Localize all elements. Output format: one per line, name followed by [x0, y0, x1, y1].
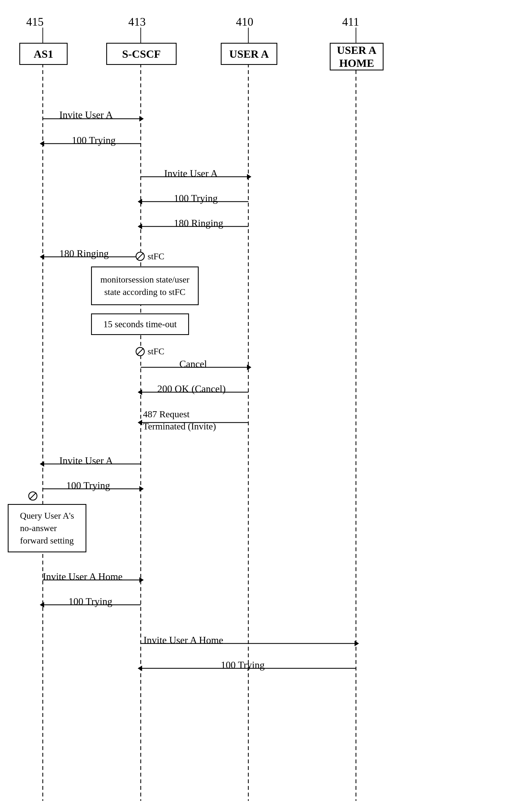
- label-100-trying-3: 100 Trying: [66, 480, 110, 491]
- trigger-1: [135, 251, 145, 261]
- connector-lines: [0, 0, 532, 810]
- svg-marker-9: [247, 174, 251, 179]
- svg-marker-27: [139, 577, 144, 583]
- svg-marker-7: [40, 141, 44, 146]
- svg-marker-13: [138, 224, 142, 229]
- svg-marker-21: [138, 420, 142, 425]
- process-box-timeout: 15 seconds time-out: [91, 313, 189, 335]
- label-stfc-2: stFC: [148, 346, 164, 357]
- svg-marker-11: [138, 199, 142, 204]
- entity-num-410: 410: [236, 15, 253, 29]
- entity-num-411: 411: [342, 15, 359, 29]
- entity-box-SCSCF: S-CSCF: [106, 43, 177, 65]
- svg-marker-25: [139, 486, 144, 491]
- svg-marker-33: [138, 666, 142, 671]
- entity-num-415: 415: [26, 15, 44, 29]
- entity-box-USERAHOME: USER A HOME: [330, 43, 384, 70]
- label-invite-user-a-1: Invite User A: [59, 109, 113, 121]
- label-100-trying-5: 100 Trying: [221, 659, 265, 671]
- process-box-query: Query User A'sno-answerforward setting: [8, 504, 86, 552]
- label-100-trying-2: 100 Trying: [174, 193, 218, 204]
- svg-marker-19: [138, 389, 142, 395]
- svg-marker-17: [247, 364, 251, 370]
- entity-box-AS1: AS1: [19, 43, 68, 65]
- trigger-2: [135, 346, 145, 357]
- label-180-ringing-1: 180 Ringing: [174, 217, 223, 229]
- label-cancel: Cancel: [179, 358, 207, 370]
- label-100-trying-1: 100 Trying: [72, 134, 116, 146]
- label-180-ringing-2: 180 Ringing: [59, 248, 109, 259]
- sequence-diagram: 415 413 410 411: [0, 0, 532, 810]
- label-invite-user-a-3: Invite User A: [59, 455, 113, 467]
- svg-marker-5: [139, 116, 144, 122]
- svg-marker-23: [40, 461, 44, 467]
- svg-marker-29: [40, 602, 44, 608]
- trigger-3: [28, 491, 38, 501]
- label-100-trying-4: 100 Trying: [68, 596, 112, 607]
- label-200-ok-cancel: 200 OK (Cancel): [157, 383, 226, 395]
- label-invite-user-a-home-2: Invite User A Home: [144, 634, 223, 646]
- label-487: 487 RequestTerminated (Invite): [143, 408, 216, 433]
- label-invite-user-a-2: Invite User A: [164, 168, 218, 179]
- svg-marker-15: [40, 254, 44, 260]
- process-box-monitor: monitorsession state/userstate according…: [91, 266, 199, 305]
- label-invite-user-a-home-1: Invite User A Home: [43, 571, 122, 582]
- label-stfc-1: stFC: [148, 251, 164, 261]
- entity-num-413: 413: [128, 15, 146, 29]
- svg-marker-31: [354, 641, 359, 646]
- entity-box-USERA: USER A: [221, 43, 277, 65]
